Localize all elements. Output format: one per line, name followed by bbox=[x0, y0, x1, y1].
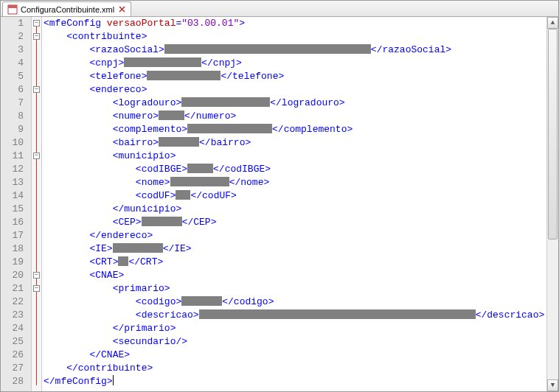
code-line[interactable]: <descricao></descricao> bbox=[44, 309, 558, 322]
line-number: 27 bbox=[1, 362, 24, 375]
line-number: 15 bbox=[1, 203, 24, 216]
xml-file-icon bbox=[7, 4, 18, 15]
line-number: 3 bbox=[1, 43, 24, 57]
line-number: 21 bbox=[1, 282, 24, 295]
fold-toggle[interactable]: − bbox=[33, 20, 40, 27]
line-number: 28 bbox=[1, 375, 24, 388]
redacted-value bbox=[159, 111, 184, 120]
code-line[interactable]: <CRT></CRT> bbox=[44, 256, 558, 269]
fold-toggle[interactable]: − bbox=[33, 86, 40, 93]
line-number: 1 bbox=[1, 17, 24, 30]
code-line[interactable]: <primario> bbox=[44, 282, 558, 295]
fold-toggle[interactable]: − bbox=[33, 272, 40, 279]
fold-toggle[interactable]: − bbox=[33, 153, 40, 159]
line-number: 16 bbox=[1, 216, 24, 229]
text-cursor bbox=[113, 375, 114, 385]
line-number: 11 bbox=[1, 150, 24, 163]
redacted-value bbox=[199, 309, 476, 319]
editor: 1234567891011121314151617181920212223242… bbox=[1, 17, 558, 391]
code-line[interactable]: <logradouro></logradouro> bbox=[44, 97, 558, 110]
code-line[interactable]: <bairro></bairro> bbox=[44, 136, 558, 150]
line-number: 19 bbox=[1, 256, 24, 269]
line-number-gutter: 1234567891011121314151617181920212223242… bbox=[1, 17, 32, 391]
redacted-value bbox=[187, 124, 272, 133]
code-line[interactable]: <razaoSocial></razaoSocial> bbox=[44, 43, 558, 57]
tab-bar: ConfiguraContribuinte.xml bbox=[1, 1, 558, 17]
code-line[interactable]: </mfeConfig> bbox=[44, 375, 558, 388]
line-number: 2 bbox=[1, 30, 24, 43]
code-line[interactable]: <mfeConfig versaoPortal="03.00.01"> bbox=[44, 17, 558, 30]
code-line[interactable]: </endereco> bbox=[44, 229, 558, 242]
svg-rect-1 bbox=[8, 5, 17, 8]
scroll-down-button[interactable]: ▼ bbox=[547, 379, 558, 391]
code-line[interactable]: <endereco> bbox=[44, 83, 558, 97]
redacted-value bbox=[187, 164, 213, 173]
fold-toggle[interactable]: − bbox=[33, 285, 40, 292]
redacted-value bbox=[113, 243, 163, 253]
redacted-value bbox=[147, 71, 221, 80]
code-line[interactable]: <nome></nome> bbox=[44, 176, 558, 189]
code-line[interactable]: <codUF></codUF> bbox=[44, 189, 558, 203]
line-number: 25 bbox=[1, 335, 24, 349]
code-line[interactable]: <telefone></telefone> bbox=[44, 70, 558, 83]
code-line[interactable]: <codigo></codigo> bbox=[44, 295, 558, 309]
code-line[interactable]: <IE></IE> bbox=[44, 242, 558, 256]
line-number: 24 bbox=[1, 322, 24, 335]
code-area[interactable]: <mfeConfig versaoPortal="03.00.01"> <con… bbox=[42, 17, 558, 391]
line-number: 12 bbox=[1, 163, 24, 176]
redacted-value bbox=[124, 57, 201, 67]
line-number: 8 bbox=[1, 110, 24, 123]
fold-gutter: −−−−−− bbox=[32, 17, 42, 391]
code-line[interactable]: <numero></numero> bbox=[44, 110, 558, 123]
redacted-value bbox=[159, 137, 199, 147]
file-tab[interactable]: ConfiguraContribuinte.xml bbox=[2, 1, 131, 16]
code-line[interactable]: <codIBGE></codIBGE> bbox=[44, 163, 558, 176]
line-number: 4 bbox=[1, 57, 24, 70]
close-tab-button[interactable] bbox=[117, 5, 126, 14]
line-number: 5 bbox=[1, 70, 24, 83]
code-line[interactable]: <secundario/> bbox=[44, 335, 558, 349]
line-number: 9 bbox=[1, 123, 24, 136]
line-number: 7 bbox=[1, 97, 24, 110]
redacted-value bbox=[142, 217, 182, 226]
line-number: 13 bbox=[1, 176, 24, 189]
redacted-value bbox=[164, 44, 371, 54]
code-line[interactable]: <CEP></CEP> bbox=[44, 216, 558, 229]
redacted-value bbox=[118, 256, 128, 266]
vertical-scrollbar[interactable]: ▲ ▼ bbox=[546, 17, 558, 391]
code-line[interactable]: <municipio> bbox=[44, 150, 558, 163]
line-number: 20 bbox=[1, 269, 24, 282]
scroll-track[interactable] bbox=[547, 29, 558, 379]
code-line[interactable]: </municipio> bbox=[44, 203, 558, 216]
line-number: 6 bbox=[1, 83, 24, 97]
line-number: 17 bbox=[1, 229, 24, 242]
redacted-value bbox=[176, 190, 190, 200]
line-number: 14 bbox=[1, 189, 24, 203]
code-line[interactable]: </CNAE> bbox=[44, 349, 558, 362]
code-line[interactable]: <cnpj></cnpj> bbox=[44, 57, 558, 70]
code-line[interactable]: <complemento></complemento> bbox=[44, 123, 558, 136]
redacted-value bbox=[181, 296, 222, 306]
code-line[interactable]: <CNAE> bbox=[44, 269, 558, 282]
line-number: 23 bbox=[1, 309, 24, 322]
code-line[interactable]: </primario> bbox=[44, 322, 558, 335]
line-number: 22 bbox=[1, 295, 24, 309]
redacted-value bbox=[181, 97, 270, 107]
file-tab-label: ConfiguraContribuinte.xml bbox=[21, 5, 114, 14]
line-number: 26 bbox=[1, 349, 24, 362]
code-line[interactable]: </contribuinte> bbox=[44, 362, 558, 375]
line-number: 18 bbox=[1, 242, 24, 256]
scroll-up-button[interactable]: ▲ bbox=[547, 17, 558, 29]
code-line[interactable]: <contribuinte> bbox=[44, 30, 558, 43]
line-number: 10 bbox=[1, 136, 24, 150]
scroll-thumb[interactable] bbox=[548, 29, 558, 239]
redacted-value bbox=[170, 177, 229, 186]
fold-toggle[interactable]: − bbox=[33, 33, 40, 40]
